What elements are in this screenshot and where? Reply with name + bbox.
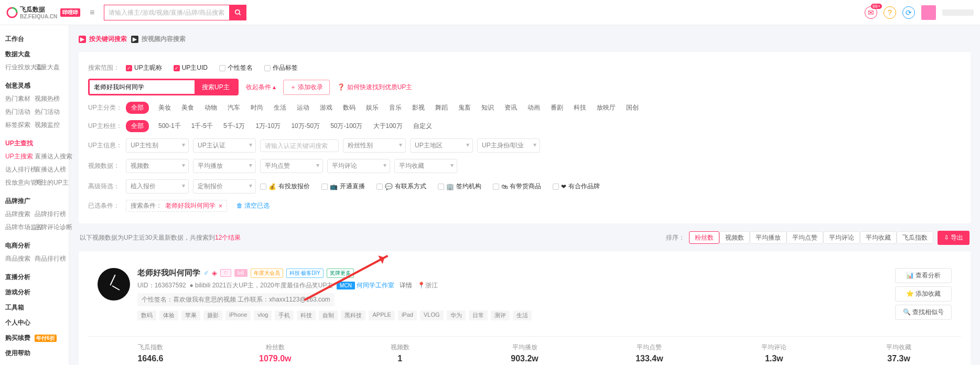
cat-item[interactable]: 美食 (176, 102, 199, 113)
sel-vplay[interactable]: 平均播放 (193, 159, 256, 173)
scope-worktag[interactable]: 作品标签 (264, 63, 298, 72)
sidebar-item[interactable]: 品牌搜索 (5, 208, 35, 221)
cat-item[interactable]: 数码 (338, 102, 361, 113)
sidebar-sec-game[interactable]: 游戏分析 (0, 284, 69, 299)
sidebar-item[interactable]: 品牌评论诊断 (35, 221, 64, 234)
sidebar-sec-workspace[interactable]: 工作台 (0, 30, 69, 46)
adv-c4[interactable]: 🏢 签约机构 (438, 182, 481, 191)
video-tag[interactable]: VLOG (420, 310, 444, 320)
cat-item[interactable]: 动画 (522, 102, 545, 113)
sort-平均评论[interactable]: 平均评论 (823, 231, 860, 244)
sidebar-sec-data[interactable]: 数据大盘 (0, 46, 69, 61)
cat-item[interactable]: 音乐 (384, 102, 407, 113)
search-button[interactable]: 搜索UP主 (195, 80, 237, 94)
cat-item[interactable]: 影视 (407, 102, 430, 113)
message-icon[interactable]: ✉ (865, 6, 877, 19)
adv-c3[interactable]: 💬 有联系方式 (376, 182, 426, 191)
video-tag[interactable]: 体验 (159, 310, 178, 320)
sidebar-item[interactable]: 热门素材 (5, 92, 35, 105)
fans-item[interactable]: 1千-5千 (186, 121, 218, 131)
sidebar-item[interactable]: 商品排行榜 (35, 252, 64, 265)
video-tag[interactable]: 日常 (469, 310, 488, 320)
fans-item[interactable]: 1万-10万 (250, 121, 286, 131)
sort-飞瓜指数[interactable]: 飞瓜指数 (897, 231, 933, 244)
sidebar-item[interactable]: 热门活动 (5, 105, 35, 119)
sel-job[interactable]: UP主身份/职业 (477, 138, 540, 153)
sidebar-item[interactable]: 投放意向管理 (5, 176, 35, 189)
cat-item[interactable]: 生活 (268, 102, 292, 113)
menu-toggle-icon[interactable]: ≡ (90, 8, 94, 17)
fans-item[interactable]: 大于100万 (368, 121, 408, 131)
sel-vcomment[interactable]: 平均评论 (327, 159, 390, 173)
fans-all[interactable]: 全部 (126, 120, 149, 132)
sel-price2[interactable]: 定制报价 (193, 179, 256, 194)
mcn-link[interactable]: 何同学工作室 (357, 282, 394, 289)
fans-item[interactable]: 500-1千 (153, 121, 186, 131)
search-input[interactable] (90, 80, 195, 94)
video-tag[interactable]: 苹果 (181, 310, 200, 320)
add-fav-button[interactable]: ⭐ 添加收藏 (895, 286, 952, 302)
cat-item[interactable]: 时尚 (245, 102, 268, 113)
sidebar-sec-upsearch[interactable]: UP主查找 (0, 135, 69, 150)
top-search-input[interactable] (104, 5, 230, 20)
fans-item[interactable]: 50万-100万 (325, 121, 368, 131)
sort-粉丝数[interactable]: 粉丝数 (689, 231, 719, 244)
help-link[interactable]: ❓ 如何快速找到优质UP主 (334, 81, 415, 94)
sidebar-item[interactable]: 视频热榜 (35, 92, 64, 105)
sidebar-item[interactable]: 品牌排行榜 (35, 208, 64, 221)
sidebar-sec-creative[interactable]: 创意灵感 (0, 77, 69, 92)
adv-c5[interactable]: 🛍 有带货商品 (493, 182, 541, 191)
sort-平均点赞[interactable]: 平均点赞 (787, 231, 823, 244)
video-tag[interactable]: 黑科技 (341, 310, 365, 320)
video-tag[interactable]: 手机 (275, 310, 294, 320)
sidebar-item[interactable]: 关注的UP主 (35, 176, 64, 189)
sel-vlike[interactable]: 平均点赞 (260, 159, 323, 173)
sidebar-item[interactable]: 商品搜索 (5, 252, 35, 265)
cat-item[interactable]: 国创 (621, 102, 644, 113)
video-tag[interactable]: 自制 (319, 310, 338, 320)
sidebar-sec-ecom[interactable]: 电商分析 (0, 237, 69, 252)
sidebar-item[interactable]: 热门活动 (35, 105, 64, 119)
sort-平均播放[interactable]: 平均播放 (750, 231, 787, 244)
cert-keyword-input[interactable] (260, 139, 339, 152)
video-tag[interactable]: 科技 (297, 310, 316, 320)
tab-video[interactable]: ▶按视频内容搜索 (131, 35, 186, 44)
export-button[interactable]: ⇩ 导出 (938, 231, 970, 245)
video-tag[interactable]: iPhone (225, 310, 251, 320)
detail-link[interactable]: 详情 (400, 282, 412, 289)
cat-item[interactable]: 资讯 (499, 102, 522, 113)
cat-item[interactable]: 娱乐 (361, 102, 384, 113)
fans-item[interactable]: 5千-1万 (218, 121, 250, 131)
avatar[interactable] (921, 5, 936, 20)
video-tag[interactable]: 数码 (137, 310, 156, 320)
fans-item[interactable]: 10万-50万 (286, 121, 325, 131)
sidebar-sec-profile[interactable]: 个人中心 (0, 314, 69, 329)
sidebar-sec-help[interactable]: 使用帮助 (0, 345, 69, 360)
video-tag[interactable]: 生活 (513, 310, 532, 320)
video-tag[interactable]: 摄影 (203, 310, 222, 320)
cat-item[interactable]: 知识 (476, 102, 499, 113)
scope-sign[interactable]: 个性签名 (219, 63, 253, 72)
video-tag[interactable]: vlog (254, 310, 272, 320)
top-search-button[interactable] (230, 5, 246, 20)
sort-平均收藏[interactable]: 平均收藏 (860, 231, 897, 244)
sel-vfav[interactable]: 平均收藏 (394, 159, 457, 173)
sidebar-item-upsearch[interactable]: UP主搜索 (5, 150, 35, 163)
cat-item[interactable]: 汽车 (222, 102, 245, 113)
collapse-link[interactable]: 收起条件 ▴ (243, 81, 279, 94)
up-nickname[interactable]: 老师好我叫何同学 (137, 268, 200, 278)
add-include-button[interactable]: ＋ 添加收录 (283, 80, 330, 95)
sel-price1[interactable]: 植入报价 (126, 179, 189, 194)
fans-item[interactable]: 自定义 (408, 121, 437, 131)
sidebar-item[interactable]: 达人排行榜 (5, 163, 35, 176)
cat-item[interactable]: 舞蹈 (430, 102, 453, 113)
video-tag[interactable]: APPLE (369, 310, 394, 320)
find-similar-button[interactable]: 🔍 查找相似号 (895, 305, 952, 320)
video-tag[interactable]: iPad (398, 310, 417, 320)
cat-all[interactable]: 全部 (126, 102, 149, 114)
video-tag[interactable]: 测评 (491, 310, 510, 320)
refresh-icon[interactable]: ⟳ (902, 6, 915, 19)
sidebar-sec-brand[interactable]: 品牌推广 (0, 192, 69, 208)
badge-more[interactable]: 奖牌更多 (327, 269, 354, 278)
logo[interactable]: 飞瓜数据 BZ.FEIQUA.CN 哔哩哔 (6, 5, 80, 19)
